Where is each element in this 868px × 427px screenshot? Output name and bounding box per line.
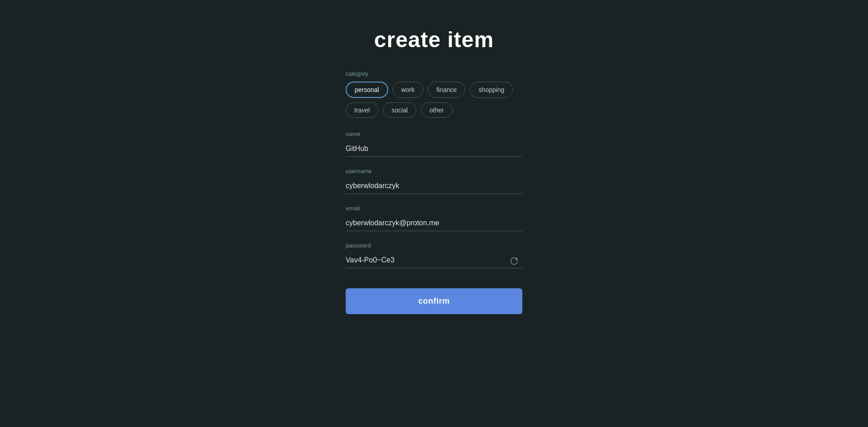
name-label: name: [346, 131, 522, 137]
category-chip-travel[interactable]: travel: [346, 102, 378, 118]
email-section: email: [346, 205, 522, 231]
category-section: category personalworkfinanceshoppingtrav…: [346, 70, 522, 118]
category-label: category: [346, 70, 522, 77]
create-item-form: category personalworkfinanceshoppingtrav…: [346, 70, 522, 314]
password-wrapper: [346, 253, 522, 268]
username-label: username: [346, 168, 522, 175]
username-input[interactable]: [346, 179, 522, 194]
category-chip-work[interactable]: work: [393, 82, 424, 98]
name-input[interactable]: [346, 142, 522, 157]
password-label: password: [346, 242, 522, 249]
category-chip-finance[interactable]: finance: [428, 82, 465, 98]
category-chip-social[interactable]: social: [383, 102, 416, 118]
category-chip-other[interactable]: other: [421, 102, 453, 118]
password-section: password: [346, 242, 522, 268]
page-title: create item: [374, 27, 494, 52]
category-chip-personal[interactable]: personal: [346, 82, 388, 98]
category-chips: personalworkfinanceshoppingtravelsocialo…: [346, 82, 522, 118]
email-label: email: [346, 205, 522, 212]
email-input[interactable]: [346, 216, 522, 231]
password-input[interactable]: [346, 253, 522, 268]
refresh-password-icon[interactable]: [508, 255, 521, 267]
username-section: username: [346, 168, 522, 194]
name-section: name: [346, 131, 522, 157]
confirm-button[interactable]: confirm: [346, 288, 522, 314]
category-chip-shopping[interactable]: shopping: [470, 82, 513, 98]
